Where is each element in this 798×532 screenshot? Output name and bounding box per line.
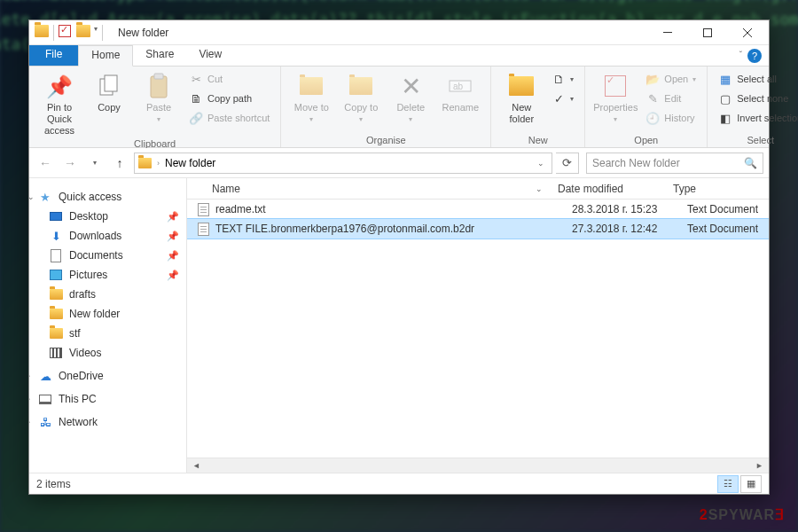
cloud-icon: ☁ <box>38 369 52 383</box>
ribbon-collapse-icon[interactable]: ˇ <box>739 51 742 60</box>
pin-icon: 📌 <box>45 72 74 100</box>
tab-view[interactable]: View <box>186 45 234 66</box>
copy-to-button[interactable]: Copy to▾ <box>338 70 384 125</box>
pin-icon: 📌 <box>167 270 179 281</box>
close-button[interactable] <box>727 20 767 45</box>
forward-button[interactable]: → <box>59 153 81 174</box>
select-all-label: Select all <box>737 74 777 84</box>
qat-newfolder-icon[interactable] <box>76 25 90 37</box>
crumb-sep-icon[interactable]: › <box>157 159 160 168</box>
pictures-icon <box>50 270 62 280</box>
address-bar[interactable]: › New folder ⌄ <box>134 153 552 174</box>
select-all-button[interactable]: ▦Select all <box>715 70 798 88</box>
paste-icon <box>145 72 173 100</box>
copy-path-button[interactable]: 🗎Copy path <box>185 90 273 107</box>
easy-access-button[interactable]: ✓▾ <box>548 90 577 107</box>
maximize-button[interactable] <box>687 20 727 45</box>
sidebar-item-newfolder[interactable]: New folder <box>29 304 186 324</box>
select-group-label: Select <box>715 133 798 145</box>
watermark-e: Ǝ <box>775 507 785 522</box>
sidebar-item-pictures[interactable]: Pictures📌 <box>29 265 186 285</box>
new-item-button[interactable]: 🗋▾ <box>548 70 577 88</box>
minimize-button[interactable] <box>647 20 687 45</box>
scroll-right-icon[interactable]: ► <box>752 459 767 473</box>
sidebar-item-drafts[interactable]: drafts <box>29 285 186 304</box>
paste-button[interactable]: Paste ▾ <box>136 70 182 125</box>
qat-properties-icon[interactable] <box>59 25 71 37</box>
tab-share[interactable]: Share <box>133 45 186 66</box>
history-button[interactable]: 🕘History <box>642 109 700 127</box>
paste-shortcut-icon: 🔗 <box>189 111 203 125</box>
pin-label: Pin to Quick access <box>36 102 82 137</box>
select-none-label: Select none <box>737 93 788 104</box>
clipboard-group-label: Clipboard <box>36 137 273 149</box>
details-view-button[interactable]: ☷ <box>717 475 739 493</box>
horizontal-scrollbar[interactable]: ◄ ► <box>187 458 769 473</box>
sidebar-stf-label: stf <box>69 327 81 340</box>
sort-dropdown-icon[interactable]: ⌄ <box>536 184 543 193</box>
cut-icon: ✂ <box>189 72 203 86</box>
refresh-button[interactable]: ⟳ <box>556 153 579 174</box>
search-icon[interactable]: 🔍 <box>744 157 757 169</box>
delete-icon: ✕ <box>396 72 425 100</box>
new-folder-button[interactable]: New folder <box>498 70 544 125</box>
copy-button[interactable]: Copy <box>86 70 132 113</box>
address-folder-icon <box>138 158 152 168</box>
file-row[interactable]: readme.txt 28.3.2018 г. 15:23 Text Docum… <box>187 200 769 219</box>
invert-selection-button[interactable]: ◧Invert selection <box>715 109 798 127</box>
file-pane: Name⌄ Date modified Type readme.txt 28.3… <box>187 178 769 473</box>
back-button[interactable]: ← <box>35 153 56 174</box>
open-button[interactable]: 📂Open▾ <box>642 70 700 88</box>
edit-button[interactable]: ✎Edit <box>642 90 700 107</box>
sidebar-item-downloads[interactable]: ⬇Downloads📌 <box>29 226 186 246</box>
sidebar-desktop-label: Desktop <box>69 210 108 223</box>
ribbon-group-open: Properties▾ 📂Open▾ ✎Edit 🕘History Open <box>585 66 708 147</box>
breadcrumb[interactable]: New folder <box>165 157 215 169</box>
scroll-track[interactable] <box>204 459 752 473</box>
column-name[interactable]: Name⌄ <box>187 183 551 195</box>
delete-button[interactable]: ✕ Delete▾ <box>387 70 434 125</box>
file-name: readme.txt <box>215 203 565 215</box>
column-date[interactable]: Date modified <box>551 183 666 195</box>
edit-label: Edit <box>664 93 681 104</box>
properties-button[interactable]: Properties▾ <box>592 70 638 125</box>
sidebar-item-stf[interactable]: stf <box>29 324 186 343</box>
column-type[interactable]: Type <box>666 183 769 195</box>
file-name: TEXT FILE.bronmerkberpa1976@protonmail.c… <box>215 223 565 235</box>
paste-shortcut-button[interactable]: 🔗Paste shortcut <box>185 109 273 127</box>
select-none-button[interactable]: ▢Select none <box>715 90 798 107</box>
sidebar-item-documents[interactable]: Documents📌 <box>29 246 186 265</box>
select-all-icon: ▦ <box>718 72 732 86</box>
large-icons-view-button[interactable]: ▦ <box>740 475 762 493</box>
new-item-icon: 🗋 <box>552 72 566 86</box>
search-input[interactable]: Search New folder 🔍 <box>586 153 763 174</box>
tab-home[interactable]: Home <box>78 45 133 66</box>
pin-to-quick-access-button[interactable]: 📌 Pin to Quick access <box>36 70 82 137</box>
cut-label: Cut <box>207 74 223 84</box>
scroll-left-icon[interactable]: ◄ <box>189 459 204 473</box>
move-to-button[interactable]: Move to▾ <box>288 70 334 125</box>
paste-shortcut-label: Paste shortcut <box>207 113 270 123</box>
sidebar-thispc[interactable]: ›This PC <box>29 389 186 409</box>
copy-path-icon: 🗎 <box>189 91 203 106</box>
sidebar-item-desktop[interactable]: Desktop📌 <box>29 207 186 226</box>
recent-locations-button[interactable]: ▾ <box>84 153 106 174</box>
address-bar-row: ← → ▾ ↑ › New folder ⌄ ⟳ Search New fold… <box>29 148 769 178</box>
cut-button[interactable]: ✂Cut <box>185 70 273 88</box>
sidebar-documents-label: Documents <box>69 249 123 262</box>
up-button[interactable]: ↑ <box>109 153 130 174</box>
help-icon[interactable]: ? <box>747 49 762 63</box>
sidebar-onedrive[interactable]: ›☁OneDrive <box>29 366 186 386</box>
window-controls <box>647 20 767 45</box>
column-headers: Name⌄ Date modified Type <box>187 178 769 200</box>
sidebar-network[interactable]: ›🖧Network <box>29 412 186 432</box>
qat-customize-icon[interactable]: ▾ <box>94 25 98 41</box>
tab-file[interactable]: File <box>29 45 78 66</box>
file-row[interactable]: TEXT FILE.bronmerkberpa1976@protonmail.c… <box>187 219 769 239</box>
pin-icon: 📌 <box>167 211 179 223</box>
rename-button[interactable]: ab Rename <box>437 70 483 113</box>
address-dropdown-icon[interactable]: ⌄ <box>534 159 548 168</box>
sidebar-item-videos[interactable]: Videos <box>29 343 186 363</box>
paste-dropdown-icon: ▾ <box>157 113 160 125</box>
sidebar-quick-access[interactable]: ⌄★Quick access <box>29 187 186 207</box>
